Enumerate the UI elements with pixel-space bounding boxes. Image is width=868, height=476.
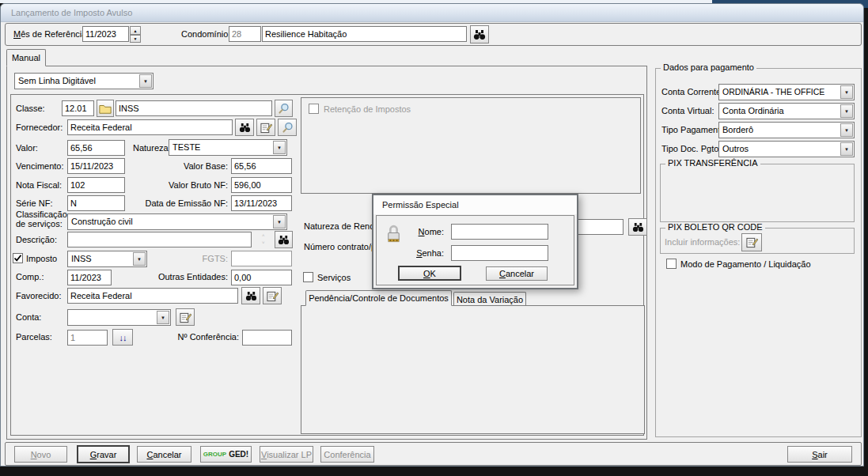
favorecido-properties-button[interactable] [263, 287, 282, 304]
mes-spin-down-button[interactable]: ▼ [130, 35, 141, 43]
natureza-value: TESTE [172, 142, 271, 152]
incluir-informacoes-button[interactable] [741, 233, 762, 251]
vencimento-input[interactable] [67, 158, 125, 174]
retencao-checkbox[interactable] [309, 104, 319, 114]
parcelas-generate-button[interactable]: ↓↓ [112, 329, 133, 346]
mes-referencia-input[interactable] [82, 26, 129, 42]
sair-button[interactable]: Sair [787, 446, 852, 463]
gravar-button-label: Gravar [90, 450, 117, 459]
gravar-button[interactable]: Gravar [77, 445, 130, 463]
tab-pendencia-label: Pendência/Controle de Documentos [309, 293, 449, 303]
binoculars-icon [632, 222, 644, 232]
fgts-label: FGTS: [119, 254, 228, 263]
group-ged-button[interactable]: GROUP GED! [200, 446, 252, 463]
emissao-nf-input[interactable] [231, 195, 292, 211]
servicos-checkbox[interactable] [303, 272, 313, 282]
pix-transferencia-title: PIX TRANSFERÊNCIA [665, 158, 760, 168]
natureza-rendimento-label: Natureza de Rendi [304, 221, 377, 231]
n-conferencia-input[interactable] [242, 330, 292, 346]
dialog-ok-button[interactable]: OK [398, 266, 461, 281]
dropdown-arrow-icon: ▼ [139, 74, 152, 88]
conferencia-button-label: Conferência [324, 450, 370, 459]
classe-folder-button[interactable] [97, 100, 114, 117]
dialog-titlebar[interactable]: Permissão Especial [373, 195, 577, 214]
imposto-checkbox[interactable] [13, 253, 23, 263]
descricao-spin-up-icon[interactable]: ˄ [262, 233, 265, 238]
check-icon [13, 254, 22, 263]
permissao-especial-dialog: Permissão Especial Nome: Senha: OK Cance… [372, 194, 578, 289]
properties-icon [267, 290, 279, 302]
classificacao-select[interactable]: Construção civil ▼ [67, 213, 287, 230]
mes-spin-up-button[interactable]: ▲ [130, 26, 141, 35]
imposto-label: Imposto [26, 254, 57, 263]
favorecido-search-button[interactable] [241, 287, 260, 304]
classificacao-label-line1: Classificação [16, 210, 67, 219]
tab-nota-variacao[interactable]: Nota da Variação [453, 292, 526, 306]
nome-input[interactable] [451, 224, 548, 240]
fornecedor-lookup-button[interactable] [278, 119, 297, 136]
dialog-cancel-button[interactable]: Cancelar [486, 266, 548, 281]
n-conferencia-label: Nº Conferência: [166, 332, 239, 342]
conta-select[interactable]: ▼ [67, 309, 171, 326]
classe-name-input[interactable] [116, 100, 272, 116]
fornecedor-properties-button[interactable] [256, 119, 275, 136]
cancelar-button[interactable]: Cancelar [137, 446, 191, 463]
pix-boleto-title: PIX BOLETO QR CODE [665, 222, 765, 232]
outras-entidades-input[interactable] [231, 270, 292, 285]
favorecido-label: Favorecido: [16, 291, 61, 300]
comp-input[interactable] [67, 270, 112, 285]
comp-label: Comp.: [16, 272, 44, 281]
linha-digitavel-select[interactable]: Sem Linha Digitável ▼ [14, 73, 154, 89]
fgts-input[interactable] [231, 251, 292, 266]
window-titlebar[interactable]: Lançamento de Imposto Avulso [1, 4, 863, 22]
spin-up-icon: ▲ [134, 28, 138, 33]
conta-corrente-select[interactable]: ORDINÁRIA - THE OFFICE ▼ [718, 84, 855, 100]
descricao-input[interactable] [67, 232, 252, 247]
binoculars-icon [239, 123, 251, 133]
descricao-spin-down-icon[interactable]: ˅ [262, 240, 265, 245]
fornecedor-input[interactable] [67, 119, 233, 135]
condominio-code-input[interactable] [229, 26, 261, 42]
conta-corrente-label: Conta Corrente: [661, 87, 723, 96]
tipo-pagamento-select[interactable]: Borderô ▼ [718, 122, 855, 138]
linha-digitavel-value: Sem Linha Digitável [18, 76, 138, 85]
descricao-search-button[interactable] [275, 231, 293, 248]
visualizar-lp-button[interactable]: Visualizar LP [260, 446, 313, 463]
serie-nf-label: Série NF: [16, 198, 52, 208]
properties-icon [746, 236, 758, 248]
classe-code-input[interactable] [62, 100, 94, 116]
valor-input[interactable] [67, 140, 125, 156]
condominio-search-button[interactable] [470, 25, 489, 43]
serie-nf-input[interactable] [67, 195, 125, 211]
documentos-tab-page [301, 305, 645, 434]
parcelas-input[interactable] [67, 330, 108, 346]
natureza-select[interactable]: TESTE ▼ [169, 139, 287, 156]
condominio-name-input[interactable] [262, 26, 467, 42]
conferencia-button[interactable]: Conferência [320, 446, 374, 463]
valor-base-input[interactable] [231, 158, 292, 174]
cancelar-button-label: Cancelar [146, 450, 181, 459]
tab-manual[interactable]: Manual [6, 49, 46, 66]
dropdown-arrow-icon: ▼ [840, 85, 853, 99]
conta-virtual-select[interactable]: Conta Ordinária ▼ [718, 103, 855, 119]
valor-bruto-input[interactable] [231, 177, 292, 193]
novo-button[interactable]: Novo [14, 446, 67, 463]
tipo-doc-pgto-select[interactable]: Outros ▼ [718, 141, 855, 157]
favorecido-input[interactable] [67, 288, 238, 304]
conta-properties-button[interactable] [176, 308, 195, 326]
folder-icon [99, 104, 112, 114]
double-down-arrow-icon: ↓↓ [119, 333, 127, 342]
nota-fiscal-input[interactable] [67, 177, 125, 193]
fornecedor-search-button[interactable] [235, 119, 254, 136]
tipo-doc-pgto-value: Outros [722, 144, 839, 153]
dropdown-arrow-icon: ▼ [840, 142, 853, 156]
classe-label: Classe: [16, 104, 45, 113]
parcelas-label: Parcelas: [16, 332, 52, 342]
tab-pendencia-documentos[interactable]: Pendência/Controle de Documentos [305, 290, 452, 306]
classe-lookup-button[interactable] [275, 100, 293, 117]
senha-input[interactable] [451, 245, 548, 261]
modo-pagamento-checkbox[interactable] [666, 259, 677, 269]
dialog-cancel-label: Cancelar [499, 269, 534, 278]
natureza-rendimento-search-button[interactable] [628, 218, 647, 236]
servicos-label: Serviços [317, 273, 351, 282]
